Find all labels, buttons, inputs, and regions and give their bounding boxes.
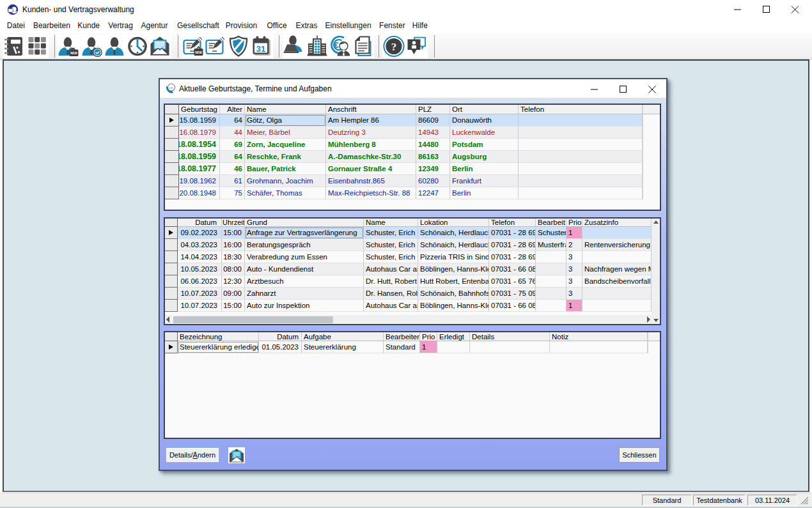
svg-text:NEW: NEW	[70, 52, 77, 55]
svg-text:31: 31	[256, 44, 265, 54]
svg-text:24h: 24h	[169, 86, 174, 89]
svg-text:NEW: NEW	[195, 51, 202, 54]
svg-text:?: ?	[391, 41, 397, 53]
svg-text:€: €	[334, 40, 339, 50]
